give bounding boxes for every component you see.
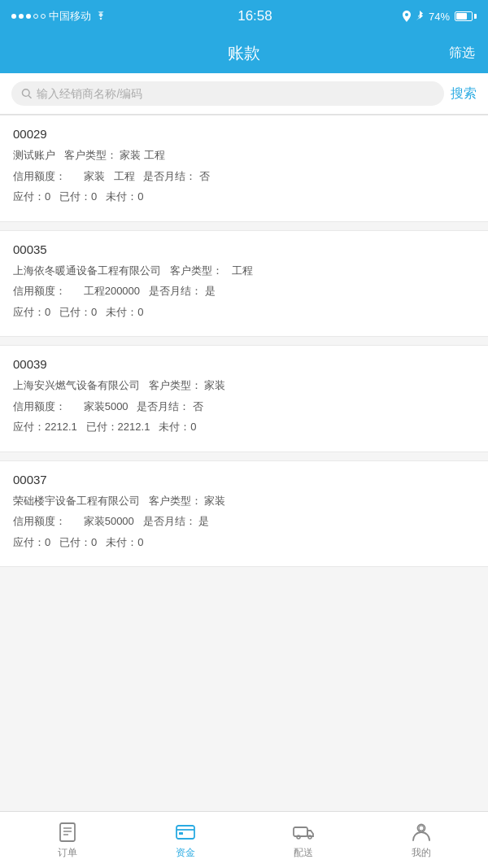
dot2 — [19, 14, 24, 19]
svg-point-11 — [308, 835, 312, 839]
location-icon — [403, 11, 411, 22]
account-card-00039: 00039 上海安兴燃气设备有限公司 客户类型： 家装 信用额度： 家装5000… — [0, 345, 488, 452]
account-id-00029: 00029 — [13, 127, 475, 141]
wifi-icon — [94, 11, 107, 21]
tab-delivery[interactable]: 配送 — [244, 820, 362, 860]
orders-icon — [56, 820, 79, 843]
status-bar: 中国移动 16:58 74% — [0, 0, 488, 33]
account-id-00039: 00039 — [13, 357, 475, 371]
delivery-icon — [292, 820, 315, 843]
account-payments-00037: 应付：0 已付：0 未付：0 — [13, 534, 475, 551]
battery-indicator — [455, 11, 477, 21]
tab-funds-label: 资金 — [176, 846, 195, 860]
account-name-type-00037: 荣础楼宇设备工程有限公司 客户类型： 家装 — [13, 493, 475, 509]
svg-point-0 — [22, 89, 29, 97]
account-payments-00039: 应付：2212.1 已付：2212.1 未付：0 — [13, 419, 475, 435]
status-time: 16:58 — [237, 8, 272, 24]
tab-delivery-label: 配送 — [294, 846, 313, 860]
account-id-00035: 00035 — [13, 242, 475, 256]
tab-orders[interactable]: 订单 — [8, 820, 126, 860]
search-bar: 搜索 — [0, 73, 488, 115]
content-area: 00029 测试账户 客户类型： 家装 工程 信用额度： 家装 工程 是否月结：… — [0, 115, 488, 811]
nav-title: 账款 — [228, 42, 260, 64]
account-name-type-00035: 上海依冬暖通设备工程有限公司 客户类型： 工程 — [13, 263, 475, 279]
search-button[interactable]: 搜索 — [451, 85, 477, 103]
svg-rect-6 — [176, 826, 194, 839]
svg-point-13 — [419, 826, 424, 831]
nav-bar: 账款 筛选 — [0, 33, 488, 73]
account-card-00029: 00029 测试账户 客户类型： 家装 工程 信用额度： 家装 工程 是否月结：… — [0, 115, 488, 222]
account-credit-00037: 信用额度： 家装50000 是否月结： 是 — [13, 513, 475, 530]
svg-line-1 — [28, 95, 31, 98]
account-credit-00029: 信用额度： 家装 工程 是否月结： 否 — [13, 168, 475, 185]
mine-icon — [410, 820, 433, 843]
tab-funds[interactable]: 资金 — [126, 820, 244, 860]
account-credit-00035: 信用额度： 工程200000 是否月结： 是 — [13, 283, 475, 299]
dot4 — [33, 14, 38, 19]
svg-rect-8 — [179, 832, 183, 835]
search-icon — [21, 88, 32, 99]
dot3 — [26, 14, 31, 19]
tab-bar: 订单 资金 配送 — [0, 811, 488, 868]
account-name-type-00029: 测试账户 客户类型： 家装 工程 — [13, 147, 475, 164]
account-id-00037: 00037 — [13, 473, 475, 486]
customer-type-value-00029: 家装 工程 — [120, 149, 165, 161]
dot1 — [11, 14, 16, 19]
signal-dots — [11, 14, 46, 19]
svg-rect-9 — [294, 827, 307, 836]
search-input-wrap — [11, 81, 444, 106]
customer-type-label-00029: 客户类型： — [64, 149, 117, 161]
account-payments-00035: 应付：0 已付：0 未付：0 — [13, 304, 475, 321]
bluetooth-icon — [416, 11, 424, 22]
filter-button[interactable]: 筛选 — [449, 45, 475, 62]
status-left: 中国移动 — [11, 9, 107, 24]
account-name-label-00029: 测试账户 — [13, 149, 55, 161]
svg-rect-2 — [60, 823, 75, 841]
battery-percent: 74% — [429, 11, 450, 23]
tab-mine[interactable]: 我的 — [362, 820, 480, 860]
funds-icon — [174, 820, 197, 843]
svg-point-10 — [297, 835, 300, 839]
dot5 — [41, 14, 46, 19]
account-card-00035: 00035 上海依冬暖通设备工程有限公司 客户类型： 工程 信用额度： 工程20… — [0, 230, 488, 338]
account-name-type-00039: 上海安兴燃气设备有限公司 客户类型： 家装 — [13, 377, 475, 394]
account-card-00037: 00037 荣础楼宇设备工程有限公司 客户类型： 家装 信用额度： 家装5000… — [0, 460, 488, 568]
tab-mine-label: 我的 — [412, 846, 431, 860]
carrier-label: 中国移动 — [49, 9, 91, 24]
status-right: 74% — [403, 11, 477, 23]
tab-orders-label: 订单 — [58, 846, 77, 860]
account-payments-00029: 应付：0 已付：0 未付：0 — [13, 189, 475, 205]
search-input[interactable] — [37, 87, 434, 100]
account-credit-00039: 信用额度： 家装5000 是否月结： 否 — [13, 399, 475, 415]
